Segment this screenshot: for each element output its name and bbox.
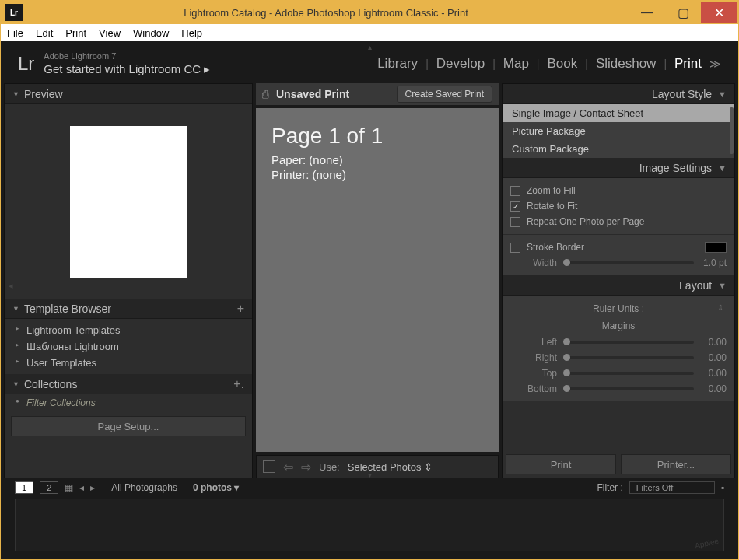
filter-lock-icon[interactable]: ▪ [721, 482, 724, 493]
module-print[interactable]: Print [674, 56, 702, 72]
margin-left-slider[interactable] [563, 341, 694, 344]
collections-label: Collections [24, 378, 77, 390]
lr-logo: Lr [18, 53, 34, 75]
brand-line2[interactable]: Get started with Lightroom CC ▸ [44, 61, 210, 77]
stroke-border-label: Stroke Border [527, 242, 584, 253]
print-icon: ⎙ [262, 88, 268, 100]
print-header: ⎙ Unsaved Print Create Saved Print [256, 83, 499, 105]
menu-help[interactable]: Help [181, 27, 202, 39]
collections-header[interactable]: ▼Collections+. [5, 374, 252, 394]
menu-file[interactable]: File [7, 27, 23, 39]
zoom-to-fill-label: Zoom to Fill [527, 185, 576, 196]
photo-count[interactable]: 0 photos ▾ [193, 482, 239, 493]
scrollbar-thumb[interactable] [730, 107, 734, 154]
layout-style-header[interactable]: Layout Style▼ [503, 84, 734, 104]
left-collapse-icon[interactable]: ◂ [9, 281, 13, 291]
filmstrip[interactable]: Applee [15, 499, 724, 551]
center-panel: ⎙ Unsaved Print Create Saved Print Page … [256, 83, 499, 478]
preview-page [70, 126, 187, 278]
module-map[interactable]: Map [503, 56, 529, 72]
template-folder[interactable]: Lightroom Templates [5, 322, 252, 338]
style-single-image[interactable]: Single Image / Contact Sheet [503, 104, 734, 122]
select-all-checkbox[interactable] [263, 460, 275, 473]
titlebar[interactable]: Lr Lightroom Catalog - Adobe Photoshop L… [1, 1, 738, 24]
layout-style-label: Layout Style [652, 88, 712, 100]
next-photo-icon[interactable]: ▸ [90, 482, 95, 493]
view-mode-2[interactable]: 2 [40, 481, 58, 494]
template-folder[interactable]: User Templates [5, 355, 252, 371]
menu-print[interactable]: Print [65, 27, 86, 39]
create-saved-print-button[interactable]: Create Saved Print [397, 86, 492, 103]
repeat-photo-label: Repeat One Photo per Page [527, 216, 644, 227]
module-slideshow[interactable]: Slideshow [596, 56, 657, 72]
ruler-units-dropdown[interactable]: Ruler Units : [510, 300, 727, 317]
module-library[interactable]: Library [377, 56, 418, 72]
template-browser-header[interactable]: ▼Template Browser+ [5, 299, 252, 319]
stroke-color-swatch[interactable] [705, 242, 727, 253]
menu-edit[interactable]: Edit [36, 27, 53, 39]
template-folder[interactable]: Шаблоны Lightroom [5, 338, 252, 355]
use-dropdown[interactable]: Selected Photos ⇕ [348, 461, 433, 473]
style-custom-package[interactable]: Custom Package [503, 140, 734, 158]
prev-page-icon[interactable]: ⇦ [283, 460, 293, 474]
menu-view[interactable]: View [99, 27, 121, 39]
app-icon: Lr [5, 4, 23, 21]
image-settings-body: Zoom to Fill ✓Rotate to Fit Repeat One P… [503, 178, 734, 275]
margin-right-slider[interactable] [563, 356, 694, 359]
minimize-button[interactable]: — [629, 2, 665, 23]
grid-icon[interactable]: ▦ [65, 482, 73, 493]
module-overflow-icon[interactable]: ≫ [709, 58, 721, 70]
preview-header[interactable]: ▼Preview [5, 84, 252, 104]
margin-bottom-slider[interactable] [563, 387, 694, 390]
add-template-icon[interactable]: + [237, 302, 244, 316]
print-action-row: Print Printer... [503, 451, 734, 478]
preview-label: Preview [24, 88, 63, 100]
next-page-icon[interactable]: ⇨ [301, 460, 311, 474]
window-title: Lightroom Catalog - Adobe Photoshop Ligh… [23, 7, 629, 19]
paper-info: Paper: (none) [271, 153, 483, 166]
module-book[interactable]: Book [548, 56, 578, 72]
margin-left-value: 0.00 [700, 337, 727, 348]
filmstrip-toolbar: 1 2 ▦ ◂ ▸ All Photographs 0 photos ▾ Fil… [4, 478, 735, 497]
printer-button[interactable]: Printer... [621, 454, 731, 474]
close-button[interactable]: ✕ [701, 2, 737, 23]
filter-collections-input[interactable]: Filter Collections [5, 394, 252, 411]
unsaved-print-label: Unsaved Print [276, 88, 349, 100]
layout-header[interactable]: Layout▼ [503, 275, 734, 296]
page-setup-button[interactable]: Page Setup... [11, 416, 246, 436]
margin-bottom-value: 0.00 [700, 383, 727, 394]
style-picture-package[interactable]: Picture Package [503, 122, 734, 140]
right-panel: Layout Style▼ Single Image / Contact She… [502, 83, 735, 478]
stroke-width-slider[interactable] [563, 261, 694, 264]
margins-label: Margins [510, 317, 727, 334]
add-collection-icon[interactable]: +. [233, 377, 244, 391]
view-mode-1[interactable]: 1 [15, 481, 33, 494]
printer-info: Printer: (none) [271, 168, 483, 181]
margin-top-slider[interactable] [563, 372, 694, 375]
stroke-border-checkbox[interactable] [510, 243, 520, 253]
prev-photo-icon[interactable]: ◂ [79, 482, 84, 493]
print-canvas[interactable]: Page 1 of 1 Paper: (none) Printer: (none… [256, 108, 499, 452]
margin-right-value: 0.00 [700, 352, 727, 363]
layout-label: Layout [679, 279, 712, 292]
template-list: Lightroom Templates Шаблоны Lightroom Us… [5, 319, 252, 374]
menu-bar: File Edit Print View Window Help [1, 24, 738, 41]
filmstrip-footer: 1 2 ▦ ◂ ▸ All Photographs 0 photos ▾ Fil… [4, 478, 735, 556]
rotate-to-fit-checkbox[interactable]: ✓ [510, 201, 520, 212]
filter-dropdown[interactable]: Filters Off [629, 481, 715, 494]
image-settings-header[interactable]: Image Settings▼ [503, 158, 734, 178]
page-info: Page 1 of 1 [271, 124, 483, 149]
margin-left-label: Left [510, 337, 557, 348]
zoom-to-fill-checkbox[interactable] [510, 186, 520, 196]
stroke-width-value: 1.0 pt [700, 257, 727, 268]
repeat-photo-checkbox[interactable] [510, 217, 520, 227]
maximize-button[interactable]: ▢ [665, 2, 701, 23]
module-develop[interactable]: Develop [436, 56, 485, 72]
margin-top-label: Top [510, 368, 557, 379]
module-picker: Library| Develop| Map| Book| Slideshow| … [377, 56, 721, 72]
stroke-width-label: Width [510, 257, 557, 268]
print-button[interactable]: Print [506, 454, 616, 474]
template-browser-label: Template Browser [24, 303, 111, 315]
menu-window[interactable]: Window [133, 27, 169, 39]
source-label[interactable]: All Photographs [111, 482, 177, 493]
